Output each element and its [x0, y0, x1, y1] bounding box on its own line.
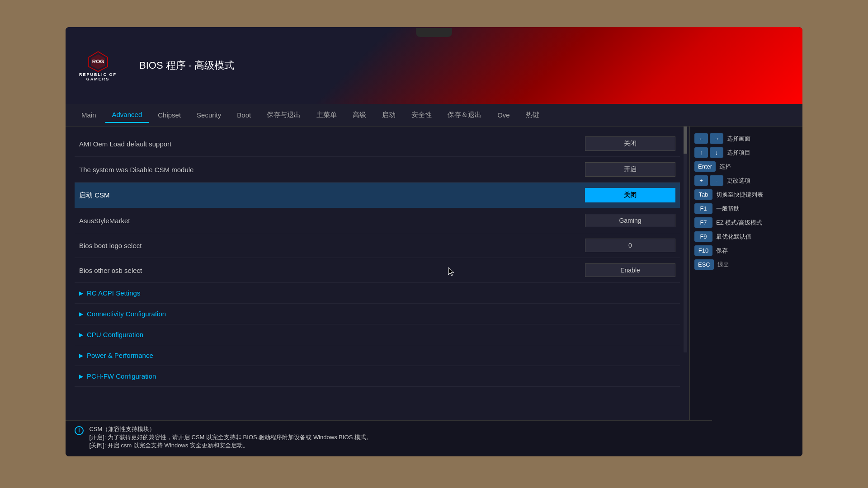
key-desc: 退出 — [717, 261, 729, 269]
section-label-rc_acpi: RC ACPI Settings — [87, 289, 140, 297]
shortcut-row: F10保存 — [694, 245, 798, 256]
setting-row-boot_logo[interactable]: Bios boot logo select0 — [75, 233, 680, 258]
bios-header: ROG REPUBLIC OF GAMERS BIOS 程序 - 高级模式 — [66, 27, 802, 104]
key-button: F1 — [694, 203, 712, 214]
nav-item-advanced[interactable]: Advanced — [105, 107, 149, 123]
key-pair: Enter — [694, 161, 716, 172]
key-button: + — [694, 175, 708, 186]
nav-item-main[interactable]: Main — [75, 108, 103, 122]
nav-bar: MainAdvancedChipsetSecurityBoot保存与退出主菜单高… — [66, 104, 802, 127]
setting-row-boot_csm[interactable]: 启动 CSM关闭 — [75, 183, 680, 208]
nav-item-boot[interactable]: Boot — [230, 108, 258, 122]
key-pair: F1 — [694, 203, 712, 214]
key-pair: ←→ — [694, 133, 723, 144]
settings-panel: AMI Oem Load default support关闭The system… — [66, 127, 689, 456]
key-button: ↑ — [694, 147, 708, 158]
scrollbar[interactable] — [684, 127, 687, 352]
shortcut-row: ↑↓选择项目 — [694, 147, 798, 158]
scroll-thumb[interactable] — [684, 127, 687, 154]
section-label-connectivity: Connectivity Configuration — [87, 310, 166, 318]
nav-item-advanced_cn[interactable]: 高级 — [346, 107, 373, 123]
nav-item-boot_cn[interactable]: 启动 — [375, 107, 402, 123]
setting-label-disable_csm: The system was Disable CSM module — [79, 166, 585, 174]
setting-row-asus_style[interactable]: AsusStyleMarketGaming — [75, 208, 680, 233]
setting-value-ami_oem[interactable]: 关闭 — [585, 136, 675, 151]
setting-label-asus_style: AsusStyleMarket — [79, 217, 585, 225]
info-icon: i — [75, 426, 84, 435]
nav-item-hotkeys[interactable]: 热键 — [519, 107, 546, 123]
section-arrow-power_perf: ▶ — [79, 352, 83, 359]
setting-label-boot_logo: Bios boot logo select — [79, 242, 585, 249]
key-button: - — [710, 175, 723, 186]
key-desc: 选择 — [719, 163, 731, 171]
key-button: ↓ — [710, 147, 723, 158]
key-desc: 最优化默认值 — [716, 233, 751, 241]
section-arrow-pch_fw: ▶ — [79, 373, 83, 380]
setting-label-bios_osb: Bios other osb select — [79, 267, 585, 274]
info-line2: [开启]: 为了获得更好的兼容性，请开启 CSM 以完全支持非 BIOS 驱动程… — [89, 434, 372, 441]
section-label-power_perf: Power & Performance — [87, 352, 153, 359]
setting-value-disable_csm[interactable]: 开启 — [585, 162, 675, 177]
key-pair: F7 — [694, 217, 712, 228]
section-arrow-connectivity: ▶ — [79, 311, 83, 317]
nav-item-save_exit2_cn[interactable]: 保存＆退出 — [441, 107, 488, 123]
section-arrow-cpu_config: ▶ — [79, 332, 83, 338]
shortcut-row: F1一般帮助 — [694, 203, 798, 214]
setting-label-ami_oem: AMI Oem Load default support — [79, 140, 585, 148]
key-button: ESC — [694, 259, 714, 270]
setting-row-disable_csm[interactable]: The system was Disable CSM module开启 — [75, 157, 680, 183]
shortcut-row: ←→选择画面 — [694, 133, 798, 144]
svg-text:ROG: ROG — [92, 58, 104, 64]
setting-value-boot_logo[interactable]: 0 — [585, 239, 675, 252]
setting-value-asus_style[interactable]: Gaming — [585, 214, 675, 227]
section-header-connectivity[interactable]: ▶Connectivity Configuration — [75, 304, 680, 324]
setting-row-bios_osb[interactable]: Bios other osb selectEnable — [75, 258, 680, 283]
main-content: AMI Oem Load default support关闭The system… — [66, 127, 802, 456]
section-label-pch_fw: PCH-FW Configuration — [87, 372, 156, 380]
info-panel: i CSM（兼容性支持模块） [开启]: 为了获得更好的兼容性，请开启 CSM … — [66, 420, 712, 456]
nav-item-security[interactable]: Security — [190, 108, 228, 122]
key-pair: ↑↓ — [694, 147, 723, 158]
key-button: F9 — [694, 231, 712, 242]
key-desc: 保存 — [716, 247, 728, 255]
gamers-text: GAMERS — [79, 77, 117, 81]
key-button: → — [710, 133, 723, 144]
section-arrow-rc_acpi: ▶ — [79, 290, 83, 296]
shortcut-row: F9最优化默认值 — [694, 231, 798, 242]
key-button: Enter — [694, 161, 716, 172]
key-desc: 选择项目 — [727, 149, 750, 157]
shortcut-row: Enter选择 — [694, 161, 798, 172]
shortcut-row: Tab切换至快捷键列表 — [694, 189, 798, 200]
key-desc: 切换至快捷键列表 — [716, 191, 763, 199]
key-button: F10 — [694, 245, 712, 256]
key-desc: 更改选项 — [727, 177, 750, 185]
setting-value-boot_csm[interactable]: 关闭 — [585, 188, 675, 202]
key-pair: Tab — [694, 189, 712, 200]
key-desc: 一般帮助 — [716, 205, 740, 213]
section-header-pch_fw[interactable]: ▶PCH-FW Configuration — [75, 366, 680, 387]
nav-item-save_exit_cn[interactable]: 保存与退出 — [260, 107, 307, 123]
key-button: ← — [694, 133, 708, 144]
nav-item-main_menu_cn[interactable]: 主菜单 — [310, 107, 344, 123]
nav-item-security_cn[interactable]: 安全性 — [405, 107, 439, 123]
section-header-power_perf[interactable]: ▶Power & Performance — [75, 345, 680, 366]
bios-title: BIOS 程序 - 高级模式 — [139, 59, 234, 72]
republic-text: REPUBLIC OF — [79, 72, 117, 77]
setting-row-ami_oem[interactable]: AMI Oem Load default support关闭 — [75, 131, 680, 157]
key-button: Tab — [694, 189, 712, 200]
setting-value-bios_osb[interactable]: Enable — [585, 263, 675, 277]
rog-logo: ROG REPUBLIC OF GAMERS — [79, 50, 117, 81]
key-pair: ESC — [694, 259, 714, 270]
key-desc: EZ 模式/高级模式 — [716, 219, 762, 227]
nav-item-chipset[interactable]: Chipset — [151, 108, 188, 122]
shortcuts-panel: ←→选择画面↑↓选择项目Enter选择+-更改选项Tab切换至快捷键列表F1一般… — [689, 127, 802, 456]
shortcut-row: F7EZ 模式/高级模式 — [694, 217, 798, 228]
info-text: CSM（兼容性支持模块） [开启]: 为了获得更好的兼容性，请开启 CSM 以完… — [89, 425, 702, 450]
shortcut-row: +-更改选项 — [694, 175, 798, 186]
section-header-cpu_config[interactable]: ▶CPU Configuration — [75, 324, 680, 345]
key-pair: F10 — [694, 245, 712, 256]
section-label-cpu_config: CPU Configuration — [87, 331, 143, 338]
info-line3: [关闭]: 开启 csm 以完全支持 Windows 安全更新和安全启动。 — [89, 442, 248, 449]
nav-item-ove[interactable]: Ove — [491, 108, 517, 122]
section-header-rc_acpi[interactable]: ▶RC ACPI Settings — [75, 283, 680, 304]
